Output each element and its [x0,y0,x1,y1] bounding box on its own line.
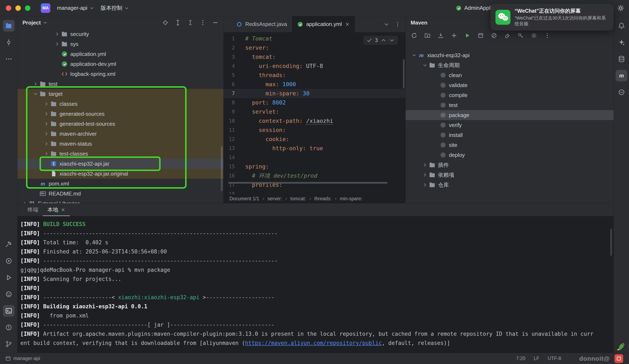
assistant-tool-icon[interactable] [3,288,14,300]
hide-panel-icon[interactable] [212,19,218,26]
chevron-right-icon[interactable] [21,200,28,203]
project-item-pom-xml[interactable]: mpom.xml [17,179,223,189]
code-line[interactable]: 16 # 环境 dev/test/prod [224,171,405,180]
download-icon[interactable] [438,32,444,39]
database-tool-icon[interactable] [616,53,627,65]
collapse-all-icon[interactable] [187,19,193,26]
statusbar-item[interactable]: 7:20 [516,356,525,361]
project-item-logback-spring-xml[interactable]: logback-spring.xml [17,69,223,79]
maven-options-icon[interactable] [544,32,550,39]
maven-item-仓库[interactable]: 仓库 [406,180,614,190]
statusbar-project[interactable]: manager-api [5,356,40,361]
maven-item-依赖项[interactable]: 依赖项 [406,170,614,180]
code-line[interactable]: 12 cookie: [224,135,405,144]
editor-more-icon[interactable] [395,22,400,27]
maven-settings-icon[interactable] [531,32,537,39]
skip-tests-icon[interactable] [491,32,497,39]
project-panel-title[interactable]: Project [22,19,41,26]
maven-item-site[interactable]: site [406,140,614,150]
tab-local[interactable]: 本地 [43,203,70,216]
close-tab-icon[interactable] [345,22,350,27]
add-configuration-icon[interactable] [451,32,457,39]
code-line[interactable]: 9 servlet: [224,107,405,116]
problems-tool-icon[interactable] [3,322,14,333]
project-item-readme-md[interactable]: README.md [17,189,223,199]
terminal-link[interactable]: https://maven.aliyun.com/repository/publ… [245,340,382,346]
tab-redisaspect-java[interactable]: RedisAspect.java [231,16,292,32]
project-menu[interactable]: manager-api [54,3,97,13]
maven-item-clean[interactable]: clean [406,70,614,80]
code-line[interactable]: 13 http-only: true [224,144,405,153]
code-line[interactable]: 17 profiles: [224,180,405,189]
code-line[interactable]: 18 [224,189,405,194]
maven-item-validate[interactable]: validate [406,80,614,90]
tab-list-chevron-icon[interactable] [384,22,389,27]
breadcrumb-item[interactable]: tomcat: [290,196,306,201]
download-sources-icon[interactable] [424,32,431,39]
run-maven-goal-icon[interactable] [464,32,471,39]
inspection-widget[interactable]: 3 [363,36,398,45]
tab-terminal[interactable]: 终端 [23,203,43,216]
maven-item-插件[interactable]: 插件 [406,160,614,170]
close-window-button[interactable] [6,5,11,11]
statusbar-item[interactable]: LF [534,356,539,361]
code-line[interactable]: 8 port: 8002 [224,98,405,107]
project-item-application-yml[interactable]: application.yml [17,49,223,59]
code-area[interactable]: 3 1# Tomcat2server:3 tomcat:4 uri-encodi… [224,32,405,194]
settings-icon[interactable] [617,4,625,12]
project-item-xiaozhi-esp32-api-jar-original[interactable]: xiaozhi-esp32-api.jar.original [17,169,223,179]
chevron-right-icon[interactable] [421,172,429,179]
maven-item-package[interactable]: package [406,110,614,120]
vcs-menu[interactable]: 版本控制 [97,2,132,14]
chevron-down-icon[interactable] [43,20,47,25]
notifications-icon[interactable] [616,20,627,32]
project-item-generated-test-sources[interactable]: generated-test-sources [17,119,223,129]
terminal-tool-icon[interactable] [3,305,14,317]
project-item-maven-status[interactable]: maven-status [17,139,223,149]
terminal-output[interactable]: [INFO] BUILD SUCCESS[INFO] -------------… [17,216,614,353]
breadcrumb-item[interactable]: min-spare: [340,196,362,201]
project-scrollbar[interactable] [221,146,223,191]
close-tab-icon[interactable] [61,207,65,212]
chevron-right-icon[interactable] [54,30,61,38]
chevron-right-icon[interactable] [54,40,61,48]
code-line[interactable]: 14 [224,153,405,162]
options-icon[interactable] [200,19,206,26]
breadcrumb-item[interactable]: threads: [314,196,331,201]
code-line[interactable]: 6 max: 1000 [224,80,405,89]
maven-item-install[interactable]: install [406,130,614,140]
chevron-right-icon[interactable] [43,150,50,157]
chevron-right-icon[interactable] [43,100,50,107]
code-line[interactable]: 5 threads: [224,71,405,80]
ai-assistant-icon[interactable] [616,37,627,48]
maven-item-deploy[interactable]: deploy [406,150,614,160]
breadcrumb-item[interactable]: server: [268,196,282,201]
locate-file-icon[interactable] [162,19,168,26]
run-tool-icon[interactable] [3,272,14,283]
chevron-right-icon[interactable] [43,140,50,147]
code-line[interactable]: 7 min-spare: 30 [224,89,405,98]
breadcrumb-item[interactable]: Document 1/1 [229,196,259,201]
services-tool-icon[interactable] [3,255,14,267]
chevron-right-icon[interactable] [43,110,50,117]
project-item-classes[interactable]: classes [17,99,223,109]
chevron-down-icon[interactable] [421,62,429,69]
maven-item-compile[interactable]: compile [406,90,614,100]
project-item-security[interactable]: security [17,29,223,39]
commit-tool-icon[interactable] [3,37,14,48]
chevron-right-icon[interactable] [32,80,39,88]
next-problem-icon[interactable] [389,38,395,43]
more-tools-icon[interactable] [3,53,14,65]
chevron-right-icon[interactable] [421,182,429,188]
chevron-right-icon[interactable] [43,120,50,127]
code-line[interactable]: 10 context-path: /xiaozhi [224,116,405,125]
build-icon[interactable] [477,32,484,39]
profiles-icon[interactable] [517,32,524,39]
project-item-target[interactable]: target [17,89,223,99]
chevron-down-icon[interactable] [32,90,39,97]
dependencies-tool-icon[interactable] [616,87,627,98]
project-item-maven-archiver[interactable]: maven-archiver [17,129,223,139]
project-tool-icon[interactable] [3,20,14,32]
project-item-external-libraries[interactable]: External Libraries [17,199,223,203]
maven-tool-icon[interactable]: m [616,70,627,82]
